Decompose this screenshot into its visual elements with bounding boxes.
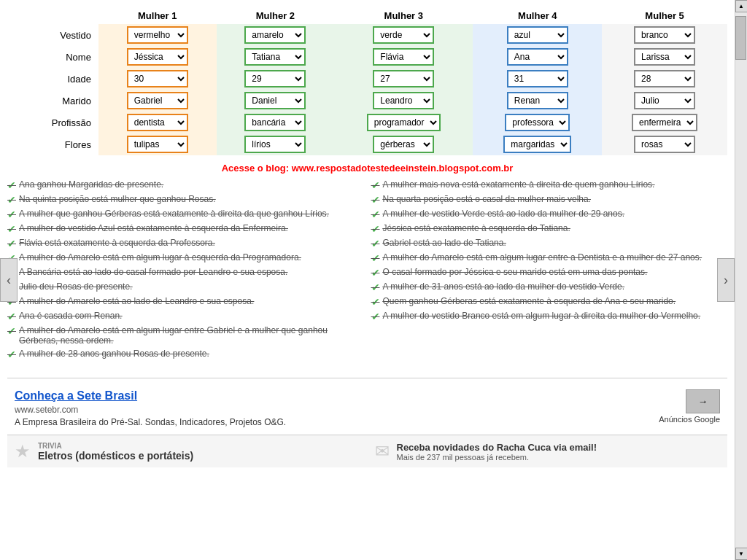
select-m1-flores[interactable]: tulipas	[128, 137, 187, 152]
cell-m5-marido[interactable]: Julio	[602, 90, 727, 112]
select-m4-profissao[interactable]: professora	[506, 115, 568, 130]
col-header-mulher3: Mulher 3	[334, 7, 473, 24]
cell-m5-flores[interactable]: rosas	[602, 133, 727, 155]
cell-m3-marido[interactable]: Leandro	[334, 90, 473, 112]
clue-left-item: ✔Ana é casada com Renan.	[7, 311, 364, 322]
star-icon: ★	[15, 441, 31, 462]
cell-m2-marido[interactable]: Daniel	[217, 90, 335, 112]
clue-left-item: ✔Flávia está exatamente à esquerda da Pr…	[7, 238, 364, 249]
select-m4-idade[interactable]: 31	[508, 71, 567, 86]
scrollbar[interactable]: ▲ ▼	[735, 0, 747, 475]
select-m5-marido[interactable]: Julio	[635, 93, 694, 108]
cell-m4-profissao[interactable]: professora	[473, 112, 602, 133]
select-m3-nome[interactable]: Flávia	[374, 50, 433, 64]
cell-m3-flores[interactable]: gérberas	[334, 133, 473, 155]
check-icon: ✔	[371, 238, 380, 249]
cell-m1-profissao[interactable]: dentista	[98, 112, 217, 133]
clue-text: A mulher mais nova está exatamente à dir…	[383, 179, 655, 190]
select-m3-profissao[interactable]: programador	[368, 115, 439, 130]
scroll-track[interactable]	[735, 12, 747, 475]
row-label-vestido: Vestido	[7, 24, 98, 46]
check-icon: ✔	[371, 296, 380, 308]
clue-left-item: ✔Na quinta posição está mulher que ganho…	[7, 194, 364, 206]
select-m2-idade[interactable]: 29	[246, 71, 304, 86]
cell-m2-profissao[interactable]: bancária	[217, 112, 335, 133]
cell-m4-nome[interactable]: Ana	[473, 46, 602, 68]
clue-right-item: ✔A mulher de vestido Verde está ao lado …	[371, 209, 728, 220]
cell-m5-nome[interactable]: Larissa	[602, 46, 727, 68]
select-m3-flores[interactable]: gérberas	[374, 137, 433, 152]
select-m1-idade[interactable]: 30	[128, 71, 187, 86]
cell-m1-vestido[interactable]: vermelho	[98, 24, 217, 46]
cell-m1-marido[interactable]: Gabriel	[98, 90, 217, 112]
cell-m1-idade[interactable]: 30	[98, 68, 217, 90]
select-m5-vestido[interactable]: branco	[635, 28, 694, 42]
cell-m1-nome[interactable]: Jéssica	[98, 46, 217, 68]
select-m3-vestido[interactable]: verde	[374, 28, 433, 42]
cell-m3-profissao[interactable]: programador	[334, 112, 473, 133]
cell-m3-idade[interactable]: 27	[334, 68, 473, 90]
clue-text: Ana ganhou Margaridas de presente.	[19, 179, 163, 190]
select-m3-idade[interactable]: 27	[374, 71, 433, 86]
select-m4-marido[interactable]: Renan	[508, 93, 567, 108]
select-m1-profissao[interactable]: dentista	[128, 115, 187, 130]
select-m2-flores[interactable]: lírios	[246, 137, 304, 152]
cell-m3-nome[interactable]: Flávia	[334, 46, 473, 68]
select-m1-nome[interactable]: Jéssica	[128, 50, 187, 64]
select-m1-vestido[interactable]: vermelho	[128, 28, 187, 42]
row-label-nome: Nome	[7, 46, 98, 68]
clue-left-item: ✔A mulher do Amarelo está em algum lugar…	[7, 325, 364, 346]
select-m4-vestido[interactable]: azul	[508, 28, 567, 42]
check-icon: ✔	[371, 267, 380, 279]
select-m5-profissao[interactable]: enfermeira	[633, 115, 696, 130]
cell-m2-flores[interactable]: lírios	[217, 133, 335, 155]
clue-text: Flávia está exatamente à esquerda da Pro…	[19, 238, 215, 248]
cell-m2-vestido[interactable]: amarelo	[217, 24, 335, 46]
select-m4-flores[interactable]: margaridas	[505, 137, 570, 152]
prev-arrow[interactable]: ‹	[0, 258, 18, 302]
cell-m4-flores[interactable]: margaridas	[473, 133, 602, 155]
check-icon: ✔	[371, 311, 380, 322]
row-label-flores: Flores	[7, 133, 98, 155]
cell-m5-profissao[interactable]: enfermeira	[602, 112, 727, 133]
scroll-thumb[interactable]	[735, 16, 746, 60]
select-m3-marido[interactable]: Leandro	[374, 93, 433, 108]
clues-section: ✔Ana ganhou Margaridas de presente.✔Na q…	[7, 179, 727, 363]
newsletter-title: Receba novidades do Racha Cuca via email…	[397, 442, 597, 453]
clue-right-item: ✔Gabriel está ao lado de Tatiana.	[371, 238, 728, 249]
cell-m1-flores[interactable]: tulipas	[98, 133, 217, 155]
select-m5-nome[interactable]: Larissa	[635, 50, 694, 64]
cell-m5-idade[interactable]: 28	[602, 68, 727, 90]
cell-m4-idade[interactable]: 31	[473, 68, 602, 90]
cell-m5-vestido[interactable]: branco	[602, 24, 727, 46]
select-m5-flores[interactable]: rosas	[635, 137, 694, 152]
scroll-up-btn[interactable]: ▲	[735, 0, 748, 12]
clue-text: A mulher do Amarelo está em algum lugar …	[383, 252, 703, 262]
clue-left-item: ✔A mulher de 28 anos ganhou Rosas de pre…	[7, 349, 364, 360]
trivia-section: ★ TRIVIA Eletros (domésticos e portáteis…	[15, 441, 360, 462]
trivia-label: TRIVIA	[38, 442, 193, 450]
select-m2-profissao[interactable]: bancária	[246, 115, 304, 130]
next-arrow[interactable]: ›	[717, 258, 735, 302]
ad-title-link[interactable]: Conheça a Sete Brasil	[15, 389, 137, 402]
clue-text: Jéssica está exatamente à esquerda do Ta…	[383, 223, 570, 233]
clue-text: A mulher de 31 anos está ao lado da mulh…	[383, 281, 625, 292]
select-m2-vestido[interactable]: amarelo	[246, 28, 304, 42]
col-header-mulher2: Mulher 2	[217, 7, 335, 24]
select-m2-nome[interactable]: Tatiana	[246, 50, 304, 64]
select-m1-marido[interactable]: Gabriel	[128, 93, 187, 108]
clues-left: ✔Ana ganhou Margaridas de presente.✔Na q…	[7, 179, 364, 363]
cell-m4-marido[interactable]: Renan	[473, 90, 602, 112]
select-m4-nome[interactable]: Ana	[508, 50, 567, 64]
ad-arrow-button[interactable]: →	[686, 389, 720, 413]
cell-m4-vestido[interactable]: azul	[473, 24, 602, 46]
clue-right-item: ✔A mulher do Amarelo está em algum lugar…	[371, 252, 728, 264]
blog-link[interactable]: Acesse o blog: www.respostadotestedeeins…	[222, 163, 514, 174]
check-icon: ✔	[7, 223, 16, 235]
select-m5-idade[interactable]: 28	[635, 71, 694, 86]
select-m2-marido[interactable]: Daniel	[246, 93, 304, 108]
clue-text: Gabriel está ao lado de Tatiana.	[383, 238, 506, 248]
cell-m3-vestido[interactable]: verde	[334, 24, 473, 46]
cell-m2-nome[interactable]: Tatiana	[217, 46, 335, 68]
cell-m2-idade[interactable]: 29	[217, 68, 335, 90]
